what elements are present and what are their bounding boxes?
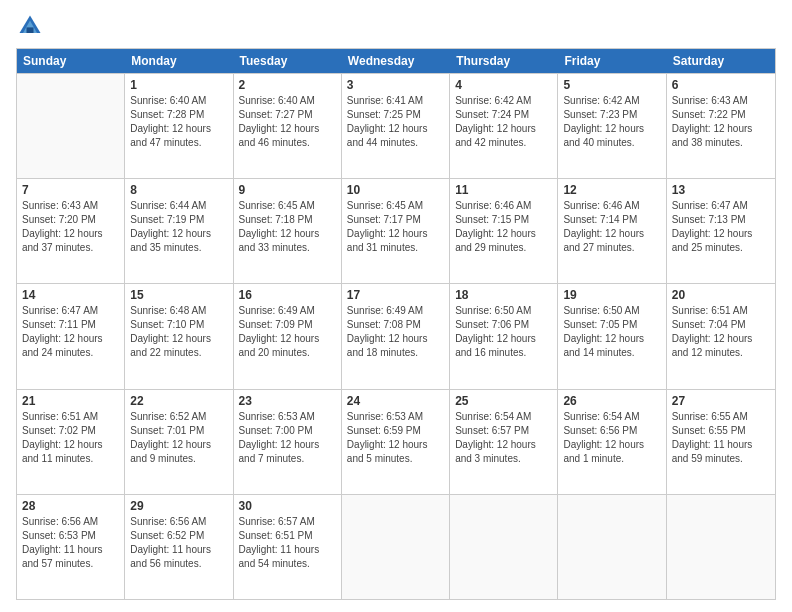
cell-line: Daylight: 12 hours [455, 122, 552, 136]
cell-line: Sunset: 7:01 PM [130, 424, 227, 438]
calendar-body: 1Sunrise: 6:40 AMSunset: 7:28 PMDaylight… [17, 73, 775, 599]
day-number: 21 [22, 394, 119, 408]
cell-line: Sunrise: 6:54 AM [563, 410, 660, 424]
cell-line: and 44 minutes. [347, 136, 444, 150]
day-number: 17 [347, 288, 444, 302]
cell-line: and 57 minutes. [22, 557, 119, 571]
cell-line: Daylight: 12 hours [239, 438, 336, 452]
cell-line: Sunset: 6:57 PM [455, 424, 552, 438]
cell-line: Sunset: 7:10 PM [130, 318, 227, 332]
cell-line: and 12 minutes. [672, 346, 770, 360]
cell-line: Sunrise: 6:46 AM [563, 199, 660, 213]
calendar-cell: 13Sunrise: 6:47 AMSunset: 7:13 PMDayligh… [667, 179, 775, 283]
cell-line: Sunrise: 6:43 AM [22, 199, 119, 213]
calendar-header: SundayMondayTuesdayWednesdayThursdayFrid… [17, 49, 775, 73]
calendar-cell: 8Sunrise: 6:44 AMSunset: 7:19 PMDaylight… [125, 179, 233, 283]
calendar-cell: 9Sunrise: 6:45 AMSunset: 7:18 PMDaylight… [234, 179, 342, 283]
day-number: 27 [672, 394, 770, 408]
day-number: 14 [22, 288, 119, 302]
calendar-cell: 22Sunrise: 6:52 AMSunset: 7:01 PMDayligh… [125, 390, 233, 494]
cell-line: Sunset: 7:08 PM [347, 318, 444, 332]
weekday-header: Tuesday [234, 49, 342, 73]
cell-line: Sunset: 7:13 PM [672, 213, 770, 227]
calendar-cell: 6Sunrise: 6:43 AMSunset: 7:22 PMDaylight… [667, 74, 775, 178]
calendar-cell: 18Sunrise: 6:50 AMSunset: 7:06 PMDayligh… [450, 284, 558, 388]
day-number: 6 [672, 78, 770, 92]
cell-line: Daylight: 12 hours [22, 227, 119, 241]
cell-line: Sunrise: 6:47 AM [22, 304, 119, 318]
calendar-row: 21Sunrise: 6:51 AMSunset: 7:02 PMDayligh… [17, 389, 775, 494]
cell-line: and 22 minutes. [130, 346, 227, 360]
day-number: 12 [563, 183, 660, 197]
calendar-cell: 2Sunrise: 6:40 AMSunset: 7:27 PMDaylight… [234, 74, 342, 178]
day-number: 30 [239, 499, 336, 513]
weekday-header: Saturday [667, 49, 775, 73]
calendar-cell: 11Sunrise: 6:46 AMSunset: 7:15 PMDayligh… [450, 179, 558, 283]
cell-line: Sunrise: 6:42 AM [563, 94, 660, 108]
cell-line: Sunrise: 6:47 AM [672, 199, 770, 213]
cell-line: and 47 minutes. [130, 136, 227, 150]
cell-line: Sunrise: 6:54 AM [455, 410, 552, 424]
calendar-cell: 1Sunrise: 6:40 AMSunset: 7:28 PMDaylight… [125, 74, 233, 178]
cell-line: Sunset: 7:20 PM [22, 213, 119, 227]
calendar-cell [450, 495, 558, 599]
weekday-header: Wednesday [342, 49, 450, 73]
cell-line: and 59 minutes. [672, 452, 770, 466]
cell-line: and 40 minutes. [563, 136, 660, 150]
calendar-cell: 29Sunrise: 6:56 AMSunset: 6:52 PMDayligh… [125, 495, 233, 599]
calendar: SundayMondayTuesdayWednesdayThursdayFrid… [16, 48, 776, 600]
cell-line: and 1 minute. [563, 452, 660, 466]
day-number: 11 [455, 183, 552, 197]
cell-line: Daylight: 12 hours [239, 332, 336, 346]
cell-line: Sunset: 7:04 PM [672, 318, 770, 332]
cell-line: and 33 minutes. [239, 241, 336, 255]
logo-icon [16, 12, 44, 40]
cell-line: Sunset: 7:17 PM [347, 213, 444, 227]
calendar-cell: 5Sunrise: 6:42 AMSunset: 7:23 PMDaylight… [558, 74, 666, 178]
cell-line: Sunrise: 6:51 AM [22, 410, 119, 424]
cell-line: Sunrise: 6:41 AM [347, 94, 444, 108]
cell-line: and 56 minutes. [130, 557, 227, 571]
cell-line: Sunset: 7:14 PM [563, 213, 660, 227]
weekday-header: Monday [125, 49, 233, 73]
calendar-cell [17, 74, 125, 178]
cell-line: and 31 minutes. [347, 241, 444, 255]
cell-line: Daylight: 12 hours [455, 438, 552, 452]
weekday-header: Friday [558, 49, 666, 73]
cell-line: Daylight: 12 hours [347, 438, 444, 452]
cell-line: and 46 minutes. [239, 136, 336, 150]
cell-line: Daylight: 12 hours [347, 122, 444, 136]
cell-line: and 24 minutes. [22, 346, 119, 360]
calendar-cell: 17Sunrise: 6:49 AMSunset: 7:08 PMDayligh… [342, 284, 450, 388]
day-number: 15 [130, 288, 227, 302]
cell-line: Daylight: 12 hours [563, 227, 660, 241]
cell-line: Sunset: 7:22 PM [672, 108, 770, 122]
cell-line: Daylight: 11 hours [22, 543, 119, 557]
cell-line: Sunset: 7:25 PM [347, 108, 444, 122]
cell-line: Sunrise: 6:56 AM [22, 515, 119, 529]
cell-line: Sunset: 7:05 PM [563, 318, 660, 332]
cell-line: and 29 minutes. [455, 241, 552, 255]
day-number: 1 [130, 78, 227, 92]
cell-line: Daylight: 12 hours [22, 332, 119, 346]
cell-line: Sunrise: 6:53 AM [239, 410, 336, 424]
cell-line: and 14 minutes. [563, 346, 660, 360]
cell-line: Sunset: 6:56 PM [563, 424, 660, 438]
cell-line: Daylight: 11 hours [239, 543, 336, 557]
cell-line: and 16 minutes. [455, 346, 552, 360]
cell-line: and 3 minutes. [455, 452, 552, 466]
cell-line: Sunrise: 6:48 AM [130, 304, 227, 318]
cell-line: and 35 minutes. [130, 241, 227, 255]
cell-line: Sunset: 6:59 PM [347, 424, 444, 438]
cell-line: Sunset: 6:52 PM [130, 529, 227, 543]
cell-line: Sunset: 7:06 PM [455, 318, 552, 332]
cell-line: and 5 minutes. [347, 452, 444, 466]
cell-line: Sunset: 7:02 PM [22, 424, 119, 438]
calendar-cell: 25Sunrise: 6:54 AMSunset: 6:57 PMDayligh… [450, 390, 558, 494]
calendar-cell: 27Sunrise: 6:55 AMSunset: 6:55 PMDayligh… [667, 390, 775, 494]
calendar-row: 1Sunrise: 6:40 AMSunset: 7:28 PMDaylight… [17, 73, 775, 178]
cell-line: and 25 minutes. [672, 241, 770, 255]
calendar-cell: 15Sunrise: 6:48 AMSunset: 7:10 PMDayligh… [125, 284, 233, 388]
calendar-cell: 24Sunrise: 6:53 AMSunset: 6:59 PMDayligh… [342, 390, 450, 494]
cell-line: Daylight: 12 hours [563, 332, 660, 346]
